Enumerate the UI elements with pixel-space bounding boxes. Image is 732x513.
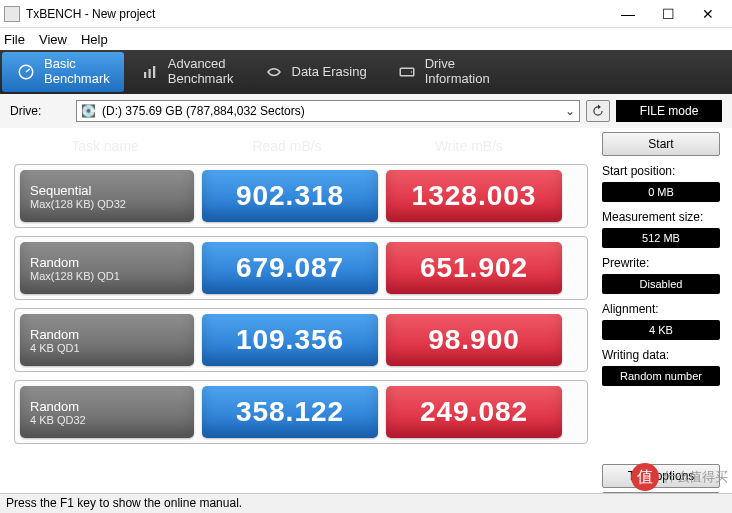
erase-icon (264, 62, 284, 82)
refresh-icon (591, 104, 605, 118)
tab-data-erasing[interactable]: Data Erasing (250, 52, 381, 92)
svg-rect-4 (153, 66, 155, 78)
start-position-value[interactable]: 0 MB (602, 182, 720, 202)
drive-icon (397, 62, 417, 82)
prewrite-label: Prewrite: (602, 256, 720, 270)
task-sub: 4 KB QD32 (30, 414, 184, 426)
side-panel: Start Start position: 0 MB Measurement s… (594, 128, 724, 513)
watermark: 值 什么值得买 (631, 463, 728, 491)
results-panel: Task name Read mB/s Write mB/s Sequentia… (8, 128, 594, 513)
write-value: 1328.003 (386, 170, 562, 222)
prewrite-value[interactable]: Disabled (602, 274, 720, 294)
task-name: Sequential (30, 183, 184, 198)
menu-bar: File View Help (0, 28, 732, 50)
task-sub: 4 KB QD1 (30, 342, 184, 354)
result-row: Sequential Max(128 KB) QD32 902.318 1328… (14, 164, 588, 228)
task-sub: Max(128 KB) QD32 (30, 198, 184, 210)
write-value: 651.902 (386, 242, 562, 294)
menu-view[interactable]: View (39, 32, 67, 47)
chart-icon (140, 62, 160, 82)
start-position-label: Start position: (602, 164, 720, 178)
header-task: Task name (14, 138, 196, 154)
toolbar: Drive: 💽 (D:) 375.69 GB (787,884,032 Sec… (0, 94, 732, 128)
minimize-button[interactable]: — (608, 2, 648, 26)
alignment-label: Alignment: (602, 302, 720, 316)
tab-label: Drive Information (425, 57, 490, 87)
svg-line-1 (26, 69, 30, 72)
drive-small-icon: 💽 (81, 104, 96, 118)
status-bar: Press the F1 key to show the online manu… (0, 493, 732, 513)
drive-label: Drive: (10, 104, 70, 118)
read-value: 109.356 (202, 314, 378, 366)
svg-point-6 (410, 71, 412, 73)
write-value: 98.900 (386, 314, 562, 366)
result-row: Random 4 KB QD32 358.122 249.082 (14, 380, 588, 444)
window-title: TxBENCH - New project (26, 7, 608, 21)
chevron-down-icon: ⌄ (565, 104, 575, 118)
task-cell[interactable]: Random Max(128 KB) QD1 (20, 242, 194, 294)
drive-value: (D:) 375.69 GB (787,884,032 Sectors) (102, 104, 305, 118)
tab-bar: Basic Benchmark Advanced Benchmark Data … (0, 50, 732, 94)
tab-label: Data Erasing (292, 65, 367, 80)
writing-data-label: Writing data: (602, 348, 720, 362)
gauge-icon (16, 62, 36, 82)
tab-advanced-benchmark[interactable]: Advanced Benchmark (126, 52, 248, 92)
column-headers: Task name Read mB/s Write mB/s (14, 134, 588, 164)
task-name: Random (30, 255, 184, 270)
tab-drive-information[interactable]: Drive Information (383, 52, 504, 92)
task-cell[interactable]: Random 4 KB QD1 (20, 314, 194, 366)
svg-rect-3 (148, 69, 150, 78)
alignment-value[interactable]: 4 KB (602, 320, 720, 340)
read-value: 902.318 (202, 170, 378, 222)
tab-label: Basic Benchmark (44, 57, 110, 87)
drive-select[interactable]: 💽 (D:) 375.69 GB (787,884,032 Sectors) ⌄ (76, 100, 580, 122)
tab-label: Advanced Benchmark (168, 57, 234, 87)
task-name: Random (30, 327, 184, 342)
task-cell[interactable]: Random 4 KB QD32 (20, 386, 194, 438)
title-bar: TxBENCH - New project — ☐ ✕ (0, 0, 732, 28)
task-name: Random (30, 399, 184, 414)
watermark-icon: 值 (631, 463, 659, 491)
writing-data-value[interactable]: Random number (602, 366, 720, 386)
task-cell[interactable]: Sequential Max(128 KB) QD32 (20, 170, 194, 222)
start-button[interactable]: Start (602, 132, 720, 156)
read-value: 679.087 (202, 242, 378, 294)
menu-help[interactable]: Help (81, 32, 108, 47)
header-write: Write mB/s (378, 138, 560, 154)
close-button[interactable]: ✕ (688, 2, 728, 26)
watermark-text: 什么值得买 (663, 468, 728, 486)
measurement-size-value[interactable]: 512 MB (602, 228, 720, 248)
file-mode-indicator[interactable]: FILE mode (616, 100, 722, 122)
write-value: 249.082 (386, 386, 562, 438)
app-icon (4, 6, 20, 22)
maximize-button[interactable]: ☐ (648, 2, 688, 26)
result-row: Random Max(128 KB) QD1 679.087 651.902 (14, 236, 588, 300)
read-value: 358.122 (202, 386, 378, 438)
tab-basic-benchmark[interactable]: Basic Benchmark (2, 52, 124, 92)
result-row: Random 4 KB QD1 109.356 98.900 (14, 308, 588, 372)
svg-rect-2 (144, 72, 146, 78)
measurement-size-label: Measurement size: (602, 210, 720, 224)
header-read: Read mB/s (196, 138, 378, 154)
refresh-button[interactable] (586, 100, 610, 122)
task-sub: Max(128 KB) QD1 (30, 270, 184, 282)
menu-file[interactable]: File (4, 32, 25, 47)
